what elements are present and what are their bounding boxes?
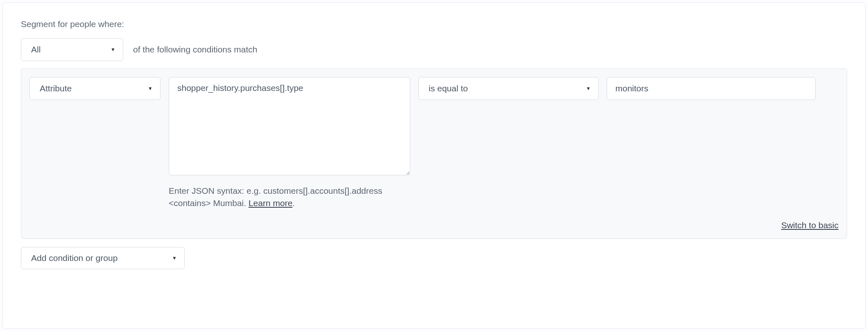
condition-type-select[interactable]: Attribute ▼ bbox=[29, 77, 160, 100]
match-suffix-text: of the following conditions match bbox=[133, 45, 258, 54]
chevron-down-icon: ▼ bbox=[172, 255, 177, 261]
add-condition-label: Add condition or group bbox=[31, 253, 118, 263]
chevron-down-icon: ▼ bbox=[586, 86, 591, 91]
attribute-path-column: Enter JSON syntax: e.g. customers[].acco… bbox=[169, 77, 410, 210]
attribute-path-input[interactable] bbox=[169, 77, 410, 175]
match-mode-select[interactable]: All ▼ bbox=[21, 38, 123, 61]
learn-more-link[interactable]: Learn more bbox=[249, 198, 292, 208]
add-condition-select[interactable]: Add condition or group ▼ bbox=[21, 247, 185, 269]
operator-select[interactable]: is equal to ▼ bbox=[418, 77, 599, 100]
condition-value-input[interactable] bbox=[607, 77, 816, 100]
add-condition-row: Add condition or group ▼ bbox=[21, 247, 847, 269]
segment-builder-panel: Segment for people where: All ▼ of the f… bbox=[2, 2, 866, 329]
condition-type-value: Attribute bbox=[40, 84, 72, 93]
match-mode-value: All bbox=[31, 45, 41, 54]
match-mode-row: All ▼ of the following conditions match bbox=[21, 38, 847, 61]
chevron-down-icon: ▼ bbox=[111, 47, 115, 52]
help-text-suffix: . bbox=[292, 198, 295, 208]
operator-value: is equal to bbox=[429, 84, 468, 93]
condition-row: Attribute ▼ Enter JSON syntax: e.g. cust… bbox=[29, 77, 839, 210]
condition-group: Attribute ▼ Enter JSON syntax: e.g. cust… bbox=[21, 68, 847, 239]
switch-mode-row: Switch to basic bbox=[29, 220, 839, 230]
chevron-down-icon: ▼ bbox=[148, 86, 153, 91]
switch-to-basic-link[interactable]: Switch to basic bbox=[781, 220, 839, 230]
segment-header-label: Segment for people where: bbox=[21, 19, 847, 29]
attribute-help-text: Enter JSON syntax: e.g. customers[].acco… bbox=[169, 185, 398, 210]
